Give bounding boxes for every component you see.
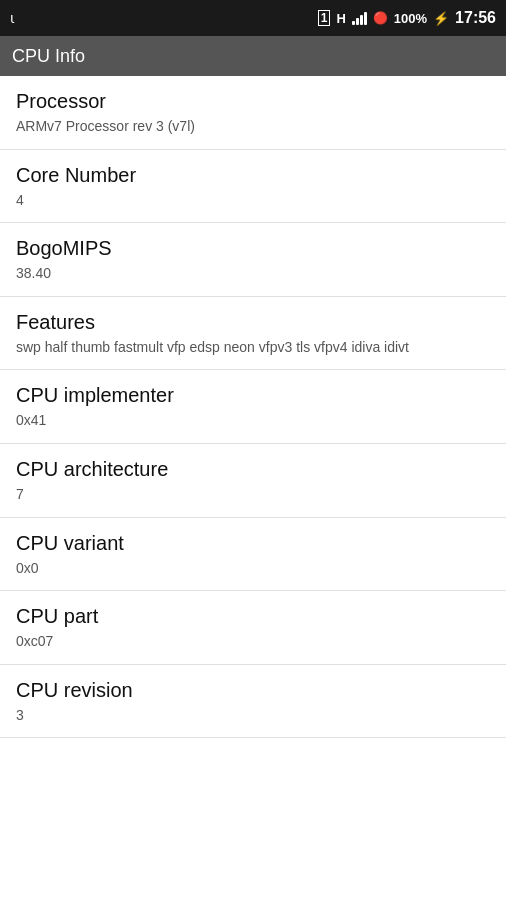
info-label: BogoMIPS xyxy=(16,237,490,260)
info-value: 38.40 xyxy=(16,264,490,284)
status-bar-right: 1 H 🔴 100% ⚡ 17:56 xyxy=(318,9,496,27)
info-label: CPU variant xyxy=(16,532,490,555)
info-label: CPU part xyxy=(16,605,490,628)
time-display: 17:56 xyxy=(455,9,496,27)
info-value: ARMv7 Processor rev 3 (v7l) xyxy=(16,117,490,137)
list-item: CPU revision3 xyxy=(0,665,506,739)
info-value: 0xc07 xyxy=(16,632,490,652)
info-value: 4 xyxy=(16,191,490,211)
info-label: CPU implementer xyxy=(16,384,490,407)
info-label: CPU revision xyxy=(16,679,490,702)
list-item: CPU architecture7 xyxy=(0,444,506,518)
status-bar: ⍳ 1 H 🔴 100% ⚡ 17:56 xyxy=(0,0,506,36)
info-label: Processor xyxy=(16,90,490,113)
charging-icon: ⚡ xyxy=(433,11,449,26)
list-item: CPU variant0x0 xyxy=(0,518,506,592)
cpu-info-list: ProcessorARMv7 Processor rev 3 (v7l)Core… xyxy=(0,76,506,900)
battery-icon: 🔴 xyxy=(373,11,388,25)
list-item: Featuresswp half thumb fastmult vfp edsp… xyxy=(0,297,506,371)
list-item: CPU implementer0x41 xyxy=(0,370,506,444)
usb-icon: ⍳ xyxy=(10,10,15,26)
info-label: CPU architecture xyxy=(16,458,490,481)
info-value: 0x0 xyxy=(16,559,490,579)
info-value: 0x41 xyxy=(16,411,490,431)
list-item: ProcessorARMv7 Processor rev 3 (v7l) xyxy=(0,76,506,150)
status-bar-left: ⍳ xyxy=(10,10,15,26)
list-item: Core Number4 xyxy=(0,150,506,224)
info-value: swp half thumb fastmult vfp edsp neon vf… xyxy=(16,338,490,358)
list-item: CPU part0xc07 xyxy=(0,591,506,665)
page-title: CPU Info xyxy=(12,46,85,67)
list-item: BogoMIPS38.40 xyxy=(0,223,506,297)
title-bar: CPU Info xyxy=(0,36,506,76)
battery-percentage: 100% xyxy=(394,11,427,26)
network-type: H xyxy=(336,11,345,26)
info-label: Core Number xyxy=(16,164,490,187)
sim-icon: 1 xyxy=(318,10,331,26)
signal-bars-icon xyxy=(352,11,367,25)
info-value: 3 xyxy=(16,706,490,726)
info-label: Features xyxy=(16,311,490,334)
info-value: 7 xyxy=(16,485,490,505)
